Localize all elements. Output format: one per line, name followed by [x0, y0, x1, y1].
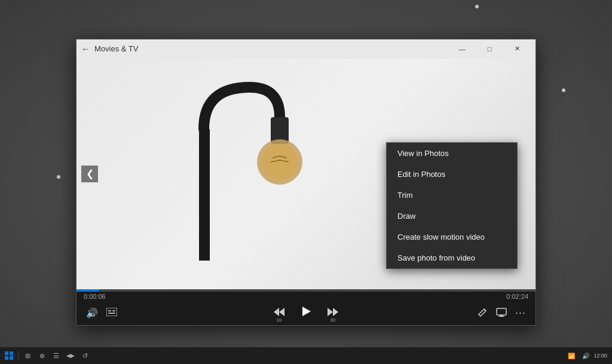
svg-rect-13: [199, 129, 210, 261]
skip-forward-icon: [326, 307, 339, 317]
decorative-dot: [562, 88, 565, 92]
taskbar-separator: [18, 351, 19, 360]
svg-rect-17: [106, 308, 117, 316]
play-button[interactable]: [298, 304, 314, 322]
volume-icon: 🔊: [86, 308, 98, 318]
svg-rect-18: [108, 310, 111, 311]
taskbar-network-icon[interactable]: 📶: [565, 349, 578, 362]
video-area: ❮ View in Photos Edit in Photos Trim Dra…: [76, 59, 536, 289]
skip-back-icon: 10: [273, 307, 286, 317]
svg-marker-22: [279, 308, 284, 316]
svg-rect-30: [5, 351, 8, 355]
minimize-button[interactable]: —: [448, 39, 476, 59]
context-menu-item-save-photo[interactable]: Save photo from video: [387, 247, 517, 268]
taskbar-icon-5[interactable]: ↺: [78, 349, 91, 362]
cast-button[interactable]: [494, 306, 509, 320]
time-row: 0:00:06 0:02:24: [76, 292, 536, 301]
taskbar-clock: 12:00: [593, 353, 607, 359]
taskbar-right: 📶 🔊 12:00: [565, 349, 610, 362]
windows-icon: [5, 351, 13, 360]
skip-back-button[interactable]: 10 10: [270, 305, 288, 320]
svg-marker-24: [302, 307, 311, 316]
svg-rect-27: [497, 308, 506, 315]
caption-button[interactable]: [104, 307, 120, 320]
cast-icon: [496, 307, 507, 317]
svg-rect-32: [5, 356, 8, 360]
edit-icon: [477, 307, 488, 317]
context-menu: View in Photos Edit in Photos Trim Draw …: [386, 142, 518, 269]
skip-forward-label: 30: [331, 317, 336, 323]
movies-tv-window: ← Movies & TV — □ ✕ ❮: [76, 39, 536, 326]
taskbar: ⊞ ⊕ ☰ ◀▶ ↺ 📶 🔊 12:00: [0, 347, 612, 364]
volume-button[interactable]: 🔊: [84, 306, 100, 320]
back-button[interactable]: ←: [81, 44, 90, 54]
play-icon: [300, 305, 312, 317]
taskbar-volume-icon[interactable]: 🔊: [579, 349, 592, 362]
context-menu-item-create-slow-motion[interactable]: Create slow motion video: [387, 227, 517, 247]
more-button[interactable]: ···: [513, 305, 528, 320]
svg-rect-28: [500, 315, 503, 316]
svg-rect-19: [112, 310, 115, 311]
caption-icon: [106, 308, 117, 316]
title-bar: ← Movies & TV — □ ✕: [76, 39, 536, 59]
taskbar-icon-3[interactable]: ☰: [50, 349, 63, 362]
svg-rect-29: [498, 316, 504, 317]
window-controls: — □ ✕: [448, 39, 531, 59]
left-controls: 🔊: [84, 306, 120, 320]
start-button[interactable]: [2, 349, 16, 362]
right-controls: ···: [475, 305, 528, 321]
taskbar-icon-4[interactable]: ◀▶: [64, 349, 77, 362]
taskbar-icon-2[interactable]: ⊕: [35, 349, 48, 362]
context-menu-item-draw[interactable]: Draw: [387, 206, 517, 227]
skip-forward-button[interactable]: 30: [324, 305, 342, 320]
close-button[interactable]: ✕: [503, 39, 531, 59]
progress-fill: [76, 289, 99, 292]
skip-back-label: 10: [277, 317, 282, 323]
nav-arrow-left[interactable]: ❮: [81, 166, 98, 182]
decorative-dot: [475, 5, 479, 8]
edit-button[interactable]: [475, 305, 490, 321]
maximize-button[interactable]: □: [476, 39, 503, 59]
svg-marker-25: [328, 308, 333, 316]
window-title: Movies & TV: [94, 44, 448, 53]
decorative-dot: [57, 175, 60, 179]
svg-marker-26: [333, 308, 338, 316]
svg-rect-20: [108, 313, 115, 314]
context-menu-item-view-in-photos[interactable]: View in Photos: [387, 143, 517, 164]
progress-bar[interactable]: [76, 289, 536, 292]
left-arrow-icon: ❮: [86, 168, 94, 179]
lamp-illustration: [106, 59, 345, 289]
controls-bar: 0:00:06 0:02:24 🔊: [76, 289, 536, 325]
svg-point-16: [262, 144, 298, 180]
time-total: 0:02:24: [506, 293, 528, 300]
playback-controls: 🔊 10 10: [76, 301, 536, 325]
more-dots-icon: ···: [515, 307, 526, 319]
context-menu-item-edit-in-photos[interactable]: Edit in Photos: [387, 164, 517, 185]
svg-marker-21: [274, 308, 279, 316]
svg-rect-33: [10, 356, 13, 360]
svg-rect-31: [10, 351, 13, 355]
taskbar-icon-1[interactable]: ⊞: [21, 349, 34, 362]
time-current: 0:00:06: [84, 293, 106, 300]
context-menu-item-trim[interactable]: Trim: [387, 185, 517, 206]
